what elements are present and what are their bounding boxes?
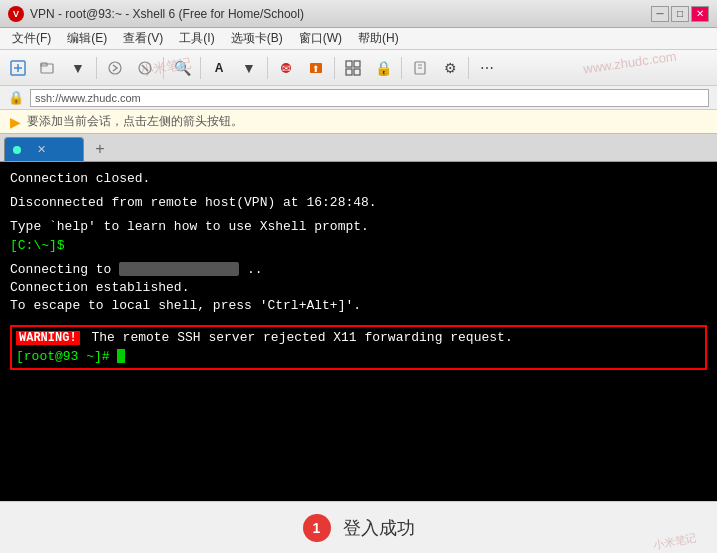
toolbar-sep-3 — [200, 57, 201, 79]
terminal-line-2: Disconnected from remote host(VPN) at 16… — [10, 194, 707, 212]
warning-text: The remote SSH server rejected X11 forwa… — [84, 330, 513, 345]
close-button[interactable]: ✕ — [691, 6, 709, 22]
toolbar-new-session[interactable] — [4, 55, 32, 81]
toolbar-dropdown1[interactable]: ▼ — [64, 55, 92, 81]
terminal-cursor — [117, 349, 125, 363]
maximize-button[interactable]: □ — [671, 6, 689, 22]
toolbar-transfer[interactable]: ⬆ — [302, 55, 330, 81]
toolbar-more[interactable]: ⋯ — [473, 55, 501, 81]
toolbar-fullscreen[interactable] — [339, 55, 367, 81]
svg-rect-13 — [354, 61, 360, 67]
svg-rect-15 — [354, 69, 360, 75]
menu-edit[interactable]: 编辑(E) — [59, 28, 115, 49]
terminal-line-1: Connection closed. — [10, 170, 707, 188]
warning-label: WARNING! — [16, 331, 80, 345]
toolbar-paste[interactable] — [406, 55, 434, 81]
tab-item-1[interactable]: ✕ — [4, 137, 84, 161]
watermark-bottom: 小米笔记 — [652, 530, 698, 552]
tab-bar: ✕ + — [0, 134, 717, 162]
toolbar-connect[interactable] — [101, 55, 129, 81]
terminal-warning-line: WARNING! The remote SSH server rejected … — [16, 329, 701, 347]
toolbar-sep-7 — [468, 57, 469, 79]
terminal-line-4: Connection established. — [10, 279, 707, 297]
menu-tab[interactable]: 选项卡(B) — [223, 28, 291, 49]
toolbar: ▼ 🔍 A ▼ ✉ ⬆ 🔒 ⚙ ⋯ 小米笔记 www.zhudc.com — [0, 50, 717, 86]
minimize-button[interactable]: ─ — [651, 6, 669, 22]
toolbar-sep-2 — [163, 57, 164, 79]
info-arrow-icon: ▶ — [10, 114, 21, 130]
svg-point-5 — [109, 62, 121, 74]
window-controls: ─ □ ✕ — [651, 6, 709, 22]
toolbar-sep-4 — [267, 57, 268, 79]
terminal-line-5: To escape to local shell, press 'Ctrl+Al… — [10, 297, 707, 315]
toolbar-settings[interactable]: ⚙ — [436, 55, 464, 81]
address-bar: 🔒 — [0, 86, 717, 110]
menu-window[interactable]: 窗口(W) — [291, 28, 350, 49]
watermark-toolbar-2: www.zhudc.com — [582, 49, 677, 77]
svg-text:⬆: ⬆ — [312, 64, 320, 74]
success-badge: 1 — [303, 514, 331, 542]
svg-rect-14 — [346, 69, 352, 75]
toolbar-compose[interactable]: ✉ — [272, 55, 300, 81]
toolbar-dropdown2[interactable]: ▼ — [235, 55, 263, 81]
menu-view[interactable]: 查看(V) — [115, 28, 171, 49]
toolbar-lock[interactable]: 🔒 — [369, 55, 397, 81]
terminal-warning-box: WARNING! The remote SSH server rejected … — [10, 325, 707, 369]
toolbar-disconnect[interactable] — [131, 55, 159, 81]
terminal-line-connecting: Connecting to .. — [10, 261, 707, 279]
title-bar: V VPN - root@93:~ - Xshell 6 (Free for H… — [0, 0, 717, 28]
tab-dot — [13, 146, 21, 154]
redacted-ip — [119, 262, 239, 276]
menu-help[interactable]: 帮助(H) — [350, 28, 407, 49]
window-title: VPN - root@93:~ - Xshell 6 (Free for Hom… — [30, 7, 651, 21]
svg-rect-12 — [346, 61, 352, 67]
tab-add-button[interactable]: + — [88, 137, 112, 161]
info-bar-text: 要添加当前会话，点击左侧的箭头按钮。 — [27, 113, 243, 130]
toolbar-find[interactable]: 🔍 — [168, 55, 196, 81]
menu-file[interactable]: 文件(F) — [4, 28, 59, 49]
terminal-line-3: Type `help' to learn how to use Xshell p… — [10, 218, 707, 236]
bottom-bar: 1 登入成功 小米笔记 — [0, 501, 717, 553]
toolbar-font-color[interactable]: A — [205, 55, 233, 81]
toolbar-sep-1 — [96, 57, 97, 79]
menu-tools[interactable]: 工具(I) — [171, 28, 222, 49]
toolbar-sep-6 — [401, 57, 402, 79]
terminal-prompt-remote: [root@93 ~]# — [16, 348, 701, 366]
menu-bar: 文件(F) 编辑(E) 查看(V) 工具(I) 选项卡(B) 窗口(W) 帮助(… — [0, 28, 717, 50]
terminal-spacer-4 — [10, 315, 707, 321]
success-text: 登入成功 — [343, 516, 415, 540]
address-lock-icon: 🔒 — [8, 90, 24, 105]
toolbar-open[interactable] — [34, 55, 62, 81]
app-icon: V — [8, 6, 24, 22]
svg-line-7 — [142, 65, 148, 71]
terminal[interactable]: Connection closed. Disconnected from rem… — [0, 162, 717, 501]
terminal-prompt-local: [C:\~]$ — [10, 237, 707, 255]
info-bar: ▶ 要添加当前会话，点击左侧的箭头按钮。 — [0, 110, 717, 134]
address-input[interactable] — [30, 89, 709, 107]
svg-text:✉: ✉ — [282, 63, 290, 74]
toolbar-sep-5 — [334, 57, 335, 79]
tab-close-button[interactable]: ✕ — [37, 143, 46, 156]
